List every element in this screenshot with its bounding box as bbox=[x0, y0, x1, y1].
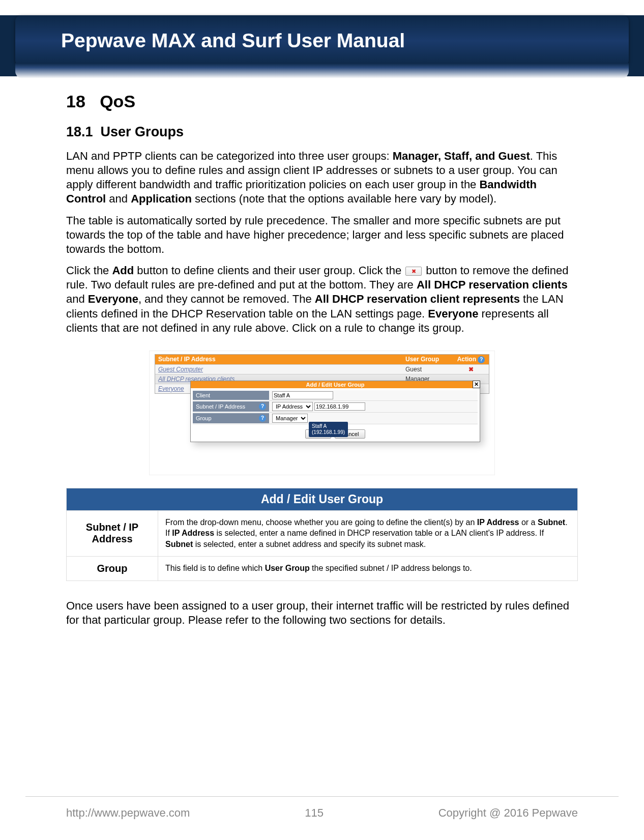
close-icon[interactable]: ✕ bbox=[473, 381, 480, 388]
subsection-heading: 18.1 User Groups bbox=[66, 124, 578, 140]
client-field[interactable] bbox=[269, 390, 478, 400]
subnet-label: Subnet / IP Address? bbox=[193, 401, 269, 412]
footer-copyright: Copyright @ 2016 Pepwave bbox=[438, 806, 578, 820]
help-icon[interactable]: ? bbox=[259, 403, 266, 410]
paragraph-4: Once users have been assigned to a user … bbox=[66, 599, 578, 627]
table-header: Subnet / IP Address User Group Action ? bbox=[155, 355, 489, 364]
subsection-number: 18.1 bbox=[66, 124, 93, 139]
page-number: 115 bbox=[305, 806, 324, 820]
desc-label: Subnet / IP Address bbox=[67, 510, 158, 556]
section-heading: 18 QoS bbox=[66, 92, 578, 111]
ui-screenshot: Subnet / IP Address User Group Action ? … bbox=[149, 351, 495, 475]
modal-row-subnet: Subnet / IP Address? IP Address bbox=[193, 401, 478, 413]
subnet-type-select[interactable]: IP Address bbox=[272, 402, 313, 411]
header-bar: Pepwave MAX and Surf User Manual bbox=[15, 15, 629, 66]
group-select[interactable]: Manager bbox=[272, 414, 308, 423]
help-icon[interactable]: ? bbox=[478, 356, 485, 363]
document-title: Pepwave MAX and Surf User Manual bbox=[61, 30, 405, 52]
modal-row-group: Group? Manager Staff A (192.168.1.99) bbox=[193, 413, 478, 424]
tooltip: Staff A (192.168.1.99) bbox=[309, 422, 348, 437]
delete-icon bbox=[405, 267, 422, 276]
col-action: Action ? bbox=[453, 355, 489, 364]
modal-title-bar: Add / Edit User Group ✕ bbox=[191, 381, 480, 388]
section-number: 18 bbox=[66, 92, 85, 111]
row-delete[interactable]: ✖ bbox=[453, 365, 489, 374]
section-title: QoS bbox=[100, 92, 135, 111]
delete-icon[interactable]: ✖ bbox=[469, 366, 474, 373]
paragraph-1: LAN and PPTP clients can be categorized … bbox=[66, 149, 578, 207]
subnet-ip-input[interactable] bbox=[314, 402, 365, 411]
footer-divider bbox=[25, 796, 619, 797]
desc-text: From the drop-down menu, choose whether … bbox=[158, 510, 578, 556]
row-group: Guest bbox=[402, 365, 453, 374]
desc-row: Group This field is to define which User… bbox=[67, 556, 578, 581]
modal-body: Client Subnet / IP Address? IP Address G… bbox=[191, 388, 480, 426]
subsection-title: User Groups bbox=[101, 124, 184, 139]
client-input[interactable] bbox=[272, 391, 333, 399]
desc-header: Add / Edit User Group bbox=[67, 488, 578, 510]
footer-url: http://www.pepwave.com bbox=[66, 806, 190, 820]
group-label: Group? bbox=[193, 413, 269, 423]
paragraph-3: Click the Add button to define clients a… bbox=[66, 264, 578, 335]
group-field[interactable]: Manager Staff A (192.168.1.99) bbox=[269, 413, 478, 424]
row-name[interactable]: Guest Computer bbox=[155, 365, 402, 374]
subnet-field[interactable]: IP Address bbox=[269, 401, 478, 412]
desc-text: This field is to define which User Group… bbox=[158, 556, 578, 581]
page-footer: http://www.pepwave.com 115 Copyright @ 2… bbox=[0, 806, 644, 820]
paragraph-2: The table is automatically sorted by rul… bbox=[66, 214, 578, 256]
modal-row-client: Client bbox=[193, 390, 478, 401]
desc-row: Subnet / IP Address From the drop-down m… bbox=[67, 510, 578, 556]
help-icon[interactable]: ? bbox=[259, 415, 266, 422]
add-edit-modal: Add / Edit User Group ✕ Client Subnet / … bbox=[190, 381, 480, 442]
desc-label: Group bbox=[67, 556, 158, 581]
content-area: 18 QoS 18.1 User Groups LAN and PPTP cli… bbox=[66, 92, 578, 634]
header-shadow bbox=[15, 63, 629, 78]
col-subnet: Subnet / IP Address bbox=[155, 355, 402, 364]
description-table: Add / Edit User Group Subnet / IP Addres… bbox=[66, 488, 578, 581]
modal-title: Add / Edit User Group bbox=[306, 382, 365, 388]
col-group: User Group bbox=[402, 355, 453, 364]
client-label: Client bbox=[193, 391, 269, 400]
table-row[interactable]: Guest Computer Guest ✖ bbox=[155, 364, 489, 374]
